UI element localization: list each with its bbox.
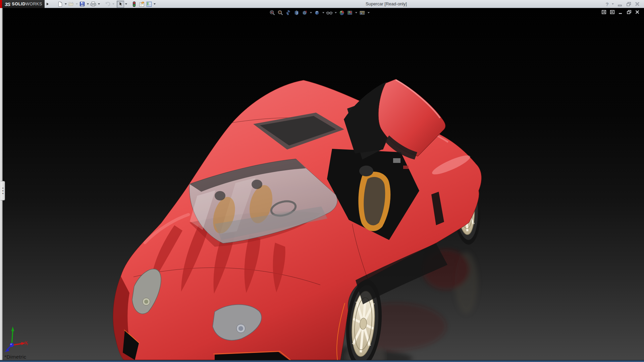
new-document-button[interactable]: [56, 1, 64, 8]
view-orientation-button[interactable]: [301, 9, 308, 16]
brand-red-stripe: [0, 0, 2, 8]
open-button[interactable]: [67, 1, 75, 8]
zoom-to-area-icon: [277, 10, 283, 16]
zoom-to-fit-button[interactable]: [269, 9, 276, 16]
print-button[interactable]: [90, 1, 97, 8]
window-controls: ?: [605, 0, 641, 8]
options-button[interactable]: [145, 1, 153, 8]
titlebar[interactable]: 3S SOLIDWORKS: [0, 0, 644, 8]
previous-view-icon: [285, 10, 291, 16]
hide-show-items-caret[interactable]: [334, 9, 337, 16]
view-orientation-icon: [302, 10, 308, 16]
select-dropdown-caret[interactable]: [124, 1, 128, 8]
pane-right-button[interactable]: [609, 9, 615, 15]
menu-expand-arrow-icon[interactable]: [46, 1, 50, 7]
view-settings-button[interactable]: [359, 9, 366, 16]
open-dropdown-caret[interactable]: [75, 1, 78, 8]
restore-window-button[interactable]: [625, 1, 632, 7]
dassault-3ds-glyph: 3S: [5, 1, 10, 7]
close-window-button[interactable]: [634, 1, 641, 7]
new-dropdown-caret[interactable]: [64, 1, 67, 8]
select-button[interactable]: [117, 1, 124, 8]
open-folder-icon: [68, 1, 74, 7]
apply-scene-button[interactable]: [346, 9, 353, 16]
taskbar-edge: [0, 360, 644, 362]
undo-button[interactable]: [104, 1, 111, 8]
options-dropdown-caret[interactable]: [153, 1, 156, 8]
main-toolbar: [56, 0, 156, 8]
hide-show-icon: [326, 10, 333, 16]
reference-triad-icon: [3, 323, 30, 355]
collapse-tab-icon: ◂: [2, 192, 3, 195]
apply-scene-icon: [347, 10, 353, 16]
options-list-icon: [146, 1, 152, 7]
select-cursor-icon: [118, 1, 123, 7]
collapse-tab-icon: ◂: [2, 189, 3, 192]
display-states-button[interactable]: [130, 1, 138, 8]
display-style-caret[interactable]: [322, 9, 325, 16]
view-settings-icon: [359, 10, 365, 16]
view-orientation-label: *Dimetric: [4, 354, 26, 360]
supercar-3d-model[interactable]: [0, 8, 644, 360]
display-style-button[interactable]: [314, 9, 320, 16]
traffic-light-icon: [132, 1, 136, 7]
zoom-to-fit-icon: [269, 10, 275, 16]
minimize-icon: [617, 1, 623, 7]
hide-show-items-button[interactable]: [326, 9, 333, 16]
edit-appearance-icon: [339, 10, 345, 16]
undo-dropdown-caret[interactable]: [111, 1, 115, 8]
collapse-tab-icon: ◂: [2, 187, 3, 189]
save-icon: [79, 1, 85, 7]
help-icon[interactable]: ?: [605, 1, 609, 7]
minimize-document-button[interactable]: [618, 9, 623, 15]
minimize-window-button[interactable]: [616, 1, 623, 7]
pane-left-button[interactable]: [601, 9, 606, 15]
new-document-icon: [57, 1, 63, 7]
section-view-button[interactable]: [293, 9, 300, 16]
print-icon: [90, 1, 96, 7]
zoom-to-area-button[interactable]: [277, 9, 284, 16]
file-properties-button[interactable]: [138, 1, 145, 8]
document-window-controls: [601, 9, 640, 15]
graphics-viewport[interactable]: ◂ ◂ ◂ *Dimetric: [0, 8, 644, 360]
restore-document-button[interactable]: [626, 9, 632, 15]
save-dropdown-caret[interactable]: [86, 1, 90, 8]
brand-wordmark: SOLIDWORKS: [12, 2, 42, 6]
display-style-icon: [314, 10, 320, 16]
panel-expand-tab[interactable]: ◂ ◂ ◂: [1, 181, 5, 200]
view-orientation-caret[interactable]: [309, 9, 312, 16]
restore-icon: [626, 1, 632, 7]
close-icon: [635, 1, 640, 7]
headsup-view-toolbar: [269, 9, 370, 16]
view-settings-caret[interactable]: [367, 9, 370, 16]
section-view-icon: [293, 10, 300, 16]
pane-right-icon: [610, 10, 615, 14]
print-dropdown-caret[interactable]: [97, 1, 101, 8]
minimize-icon: [618, 10, 623, 14]
pane-left-icon: [601, 10, 606, 14]
close-document-button[interactable]: [635, 9, 640, 15]
previous-view-button[interactable]: [285, 9, 292, 16]
edit-appearance-button[interactable]: [338, 9, 345, 16]
help-dropdown-caret[interactable]: [611, 1, 614, 7]
close-icon: [635, 10, 640, 14]
apply-scene-caret[interactable]: [355, 9, 358, 16]
restore-icon: [627, 10, 632, 14]
note-hand-icon: [139, 1, 145, 7]
save-button[interactable]: [78, 1, 86, 8]
window-title: Supercar [Read-only]: [366, 1, 407, 6]
undo-icon: [105, 1, 111, 7]
solidworks-logo: 3S SOLIDWORKS: [0, 0, 45, 8]
